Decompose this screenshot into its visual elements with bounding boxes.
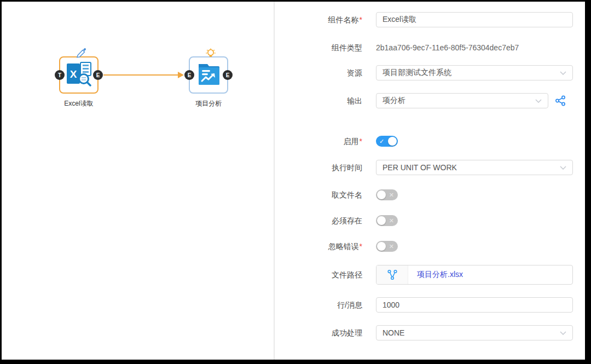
toggle-knob [377, 190, 386, 199]
exec-time-select[interactable]: PER UNIT OF WORK [376, 160, 573, 175]
field-label: 忽略错误* [275, 241, 362, 252]
field-row-enabled: 启用* ✓ [275, 136, 581, 147]
toggle-knob [377, 242, 386, 251]
field-label: 输出 [275, 93, 362, 108]
field-row-get-filename: 取文件名 ✕ [275, 189, 581, 200]
component-name-input[interactable] [376, 12, 573, 27]
field-label-text: 资源 [347, 68, 362, 77]
chevron-down-icon [535, 99, 542, 103]
field-label: 取文件名 [275, 189, 362, 200]
output-select[interactable]: 项分析 [376, 93, 548, 108]
field-label-text: 文件路径 [332, 270, 362, 279]
flow-node-project-analysis[interactable]: E E 项目分析 [189, 56, 228, 94]
chevron-down-icon [560, 331, 566, 335]
field-row-ignore-errors: 忽略错误* ✕ [275, 241, 581, 252]
field-row-rows-per-message: 行/消息 [275, 297, 581, 313]
flow-canvas[interactable]: X T E Excel读取 [2, 2, 274, 360]
field-label: 文件路径 [275, 265, 362, 285]
field-label: 行/消息 [275, 297, 362, 313]
toggle-knob [388, 137, 397, 146]
output-select-value: 项分析 [383, 96, 405, 106]
field-row-file-path: 文件路径 项目分析.xlsx [275, 265, 581, 285]
field-label-text: 输出 [347, 96, 362, 105]
node-label: Excel读取 [64, 99, 93, 108]
field-row-resource: 资源 项目部测试文件系统 [275, 65, 581, 80]
enabled-toggle[interactable]: ✓ [376, 136, 398, 147]
x-icon: ✕ [389, 244, 394, 250]
must-exist-toggle[interactable]: ✕ [376, 215, 398, 226]
file-path-input: 项目分析.xlsx [376, 265, 573, 285]
chevron-down-icon [560, 166, 566, 170]
chevron-down-icon [560, 71, 566, 75]
flow-connector[interactable] [103, 74, 178, 76]
lightbulb-icon [205, 48, 216, 61]
field-label-text: 行/消息 [337, 301, 362, 309]
x-icon: ✕ [389, 218, 394, 224]
node-port-badge-e[interactable]: E [93, 70, 103, 80]
resource-select-value: 项目部测试文件系统 [383, 68, 451, 78]
field-label-text: 必须存在 [332, 216, 362, 225]
field-row-success-handling: 成功处理 NONE [275, 325, 581, 340]
node-port-badge-e[interactable]: E [184, 70, 194, 80]
success-handling-select-value: NONE [383, 328, 404, 337]
app-window: X T E Excel读取 [2, 2, 585, 360]
field-label: 组件名称* [275, 12, 362, 27]
node-label: 项目分析 [195, 99, 222, 108]
toggle-knob [377, 216, 386, 225]
excel-icon: X [66, 61, 92, 89]
required-asterisk: * [360, 137, 362, 146]
pencil-icon [76, 48, 86, 60]
component-type-value: 2b1aa706-9ec7-11e6-80f5-76304dec7eb7 [376, 43, 519, 52]
field-label-text: 忽略错误 [328, 242, 359, 251]
rows-per-message-input[interactable] [376, 297, 573, 313]
node-port-badge-t[interactable]: T [55, 70, 65, 80]
field-label: 成功处理 [275, 325, 362, 340]
field-label: 资源 [275, 65, 362, 80]
get-filename-toggle[interactable]: ✕ [376, 189, 398, 200]
resource-select[interactable]: 项目部测试文件系统 [376, 65, 573, 80]
field-label-text: 成功处理 [332, 328, 362, 337]
x-icon: ✕ [389, 192, 394, 198]
field-label-text: 启用 [344, 137, 359, 146]
required-asterisk: * [360, 242, 362, 251]
field-label-text: 取文件名 [332, 190, 362, 199]
branch-variable-icon[interactable] [376, 265, 408, 284]
flow-connector-arrowhead [178, 72, 184, 78]
field-label: 组件类型 [275, 43, 362, 53]
node-port-badge-e[interactable]: E [223, 70, 233, 80]
share-icon[interactable] [555, 95, 566, 106]
field-row-exec-time: 执行时间 PER UNIT OF WORK [275, 160, 581, 175]
field-row-component-type: 组件类型 2b1aa706-9ec7-11e6-80f5-76304dec7eb… [275, 43, 581, 53]
field-row-output: 输出 项分析 [275, 93, 581, 108]
flow-node-excel-read[interactable]: X T E Excel读取 [59, 56, 99, 94]
success-handling-select[interactable]: NONE [376, 325, 573, 340]
check-icon: ✓ [379, 138, 384, 145]
field-label-text: 执行时间 [332, 163, 362, 172]
exec-time-select-value: PER UNIT OF WORK [383, 163, 457, 172]
analysis-document-icon [196, 62, 221, 88]
field-label: 必须存在 [275, 215, 362, 226]
field-label: 执行时间 [275, 160, 362, 175]
field-label-text: 组件名称 [328, 15, 359, 24]
field-row-must-exist: 必须存在 ✕ [275, 215, 581, 226]
ignore-errors-toggle[interactable]: ✕ [376, 241, 398, 252]
properties-panel: 组件名称* 组件类型 2b1aa706-9ec7-11e6-80f5-76304… [275, 2, 585, 360]
field-label: 启用* [275, 136, 362, 147]
file-path-link[interactable]: 项目分析.xlsx [408, 265, 463, 284]
field-row-component-name: 组件名称* [275, 12, 581, 27]
svg-text:X: X [70, 68, 77, 80]
field-label-text: 组件类型 [332, 43, 362, 52]
required-asterisk: * [360, 15, 362, 24]
